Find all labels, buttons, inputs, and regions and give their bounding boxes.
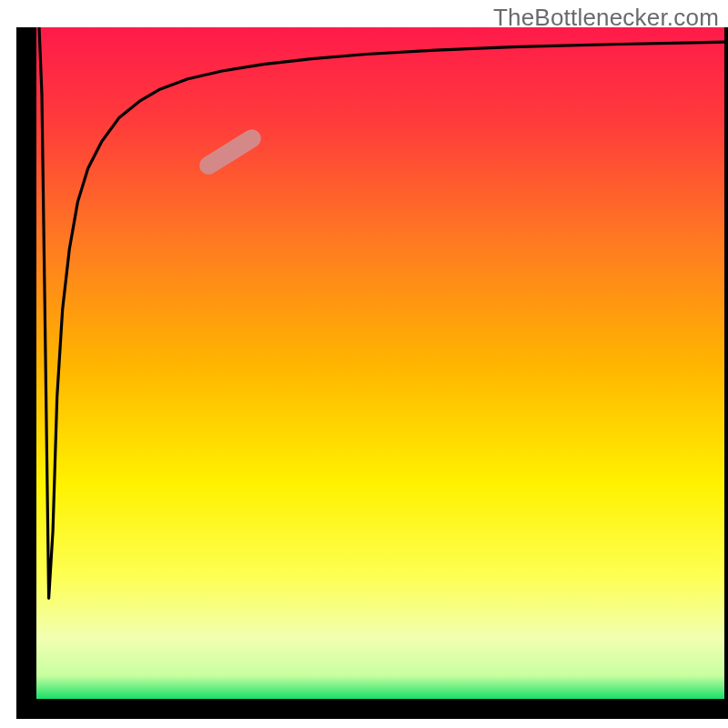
chart-frame: TheBottlenecker.com bbox=[0, 0, 728, 728]
gradient-rect bbox=[36, 27, 724, 699]
axis-right bbox=[724, 27, 728, 703]
axis-left bbox=[16, 27, 36, 704]
watermark-text: TheBottlenecker.com bbox=[493, 4, 719, 32]
axis-bottom bbox=[16, 699, 728, 719]
gradient-plot-area bbox=[36, 27, 724, 699]
